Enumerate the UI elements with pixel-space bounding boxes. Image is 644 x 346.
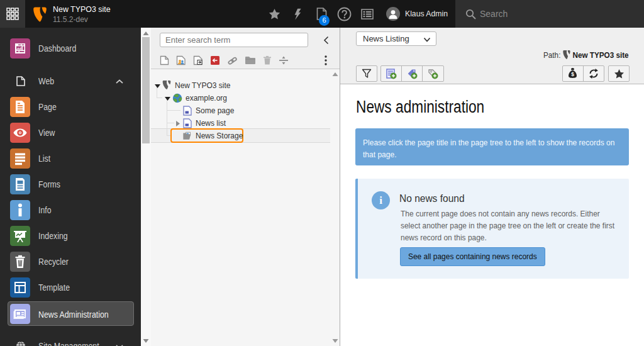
svg-text:$: $ bbox=[571, 71, 574, 77]
